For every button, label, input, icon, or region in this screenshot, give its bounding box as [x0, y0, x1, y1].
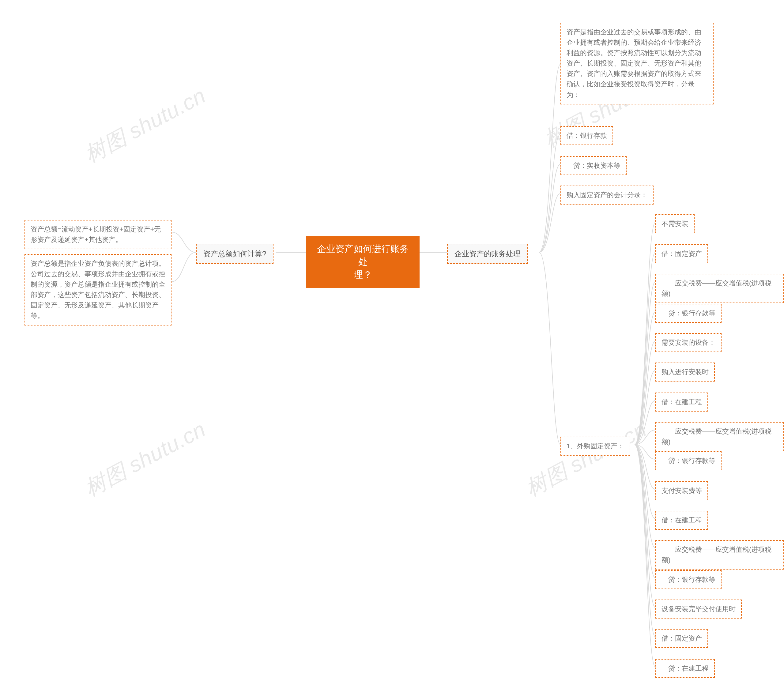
branch-right[interactable]: 企业资产的账务处理 — [447, 244, 528, 264]
leaf-s15[interactable]: 借：固定资产 — [656, 629, 708, 648]
diagram-canvas: 树图 shutu.cn 树图 shutu.cn 树图 shutu.cn 树图 s… — [0, 0, 784, 696]
watermark: 树图 shutu.cn — [520, 415, 652, 503]
leaf-r3[interactable]: 贷：实收资本等 — [560, 156, 627, 175]
leaf-s6[interactable]: 购入进行安装时 — [656, 362, 715, 382]
leaf-s2[interactable]: 借：固定资产 — [656, 244, 708, 263]
leaf-s13[interactable]: 贷：银行存款等 — [656, 570, 721, 589]
root-node[interactable]: 企业资产如何进行账务处 理？ — [306, 236, 420, 288]
leaf-s11[interactable]: 借：在建工程 — [656, 511, 708, 530]
leaf-s1[interactable]: 不需安装 — [656, 214, 695, 233]
leaf-left-2[interactable]: 资产总额是指企业资产负债表的资产总计项。公司过去的交易、事项形成并由企业拥有或控… — [25, 254, 171, 326]
branch-left[interactable]: 资产总额如何计算? — [196, 244, 273, 264]
leaf-r5[interactable]: 1、外购固定资产： — [560, 437, 630, 456]
watermark: 树图 shutu.cn — [80, 81, 211, 169]
leaf-s7[interactable]: 借：在建工程 — [656, 393, 708, 411]
leaf-s4[interactable]: 贷：银行存款等 — [656, 304, 721, 323]
leaf-r1[interactable]: 资产是指由企业过去的交易或事项形成的、由企业拥有或者控制的、预期会给企业带来经济… — [560, 23, 713, 104]
leaf-s14[interactable]: 设备安装完毕交付使用时 — [656, 599, 742, 619]
watermark: 树图 shutu.cn — [80, 415, 211, 503]
leaf-s8[interactable]: 应交税费——应交增值税(进项税额) — [656, 422, 784, 451]
leaf-s10[interactable]: 支付安装费等 — [656, 481, 708, 500]
leaf-s9[interactable]: 贷：银行存款等 — [656, 451, 721, 471]
leaf-r4[interactable]: 购入固定资产的会计分录： — [560, 186, 654, 204]
leaf-r2[interactable]: 借：银行存款 — [560, 126, 613, 145]
leaf-s5[interactable]: 需要安装的设备： — [656, 333, 721, 352]
root-text-line1: 企业资产如何进行账务处 — [317, 244, 409, 267]
root-text-line2: 理？ — [354, 270, 372, 280]
leaf-s12[interactable]: 应交税费——应交增值税(进项税额) — [656, 540, 784, 569]
leaf-s16[interactable]: 贷：在建工程 — [656, 659, 715, 678]
leaf-left-1[interactable]: 资产总额=流动资产+长期投资+固定资产+无形资产及递延资产+其他资产。 — [25, 220, 171, 249]
leaf-s3[interactable]: 应交税费——应交增值税(进项税额) — [656, 274, 784, 303]
